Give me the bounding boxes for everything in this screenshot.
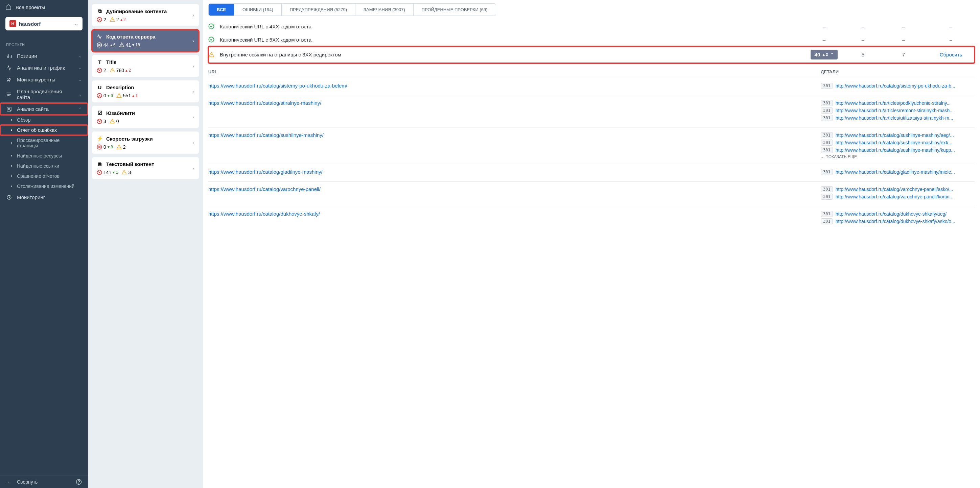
category-title: Дублирование контента (106, 8, 167, 14)
chevron-down-icon: ⌄ (821, 154, 824, 159)
check-row[interactable]: Канонический URL с 5XX кодом ответа – – … (208, 33, 975, 46)
category-card[interactable]: 🗎Текстовый контент141▾ 13› (92, 157, 199, 179)
subnav-label: Найденные ссылки (17, 163, 59, 169)
warning-icon (116, 144, 122, 150)
category-card[interactable]: ⧉Дублирование контента22▴ 2› (92, 4, 199, 26)
category-card[interactable]: ⚡Скорость загрузки0▾ 82› (92, 132, 199, 154)
chevron-right-icon: › (192, 63, 194, 69)
svg-point-3 (8, 108, 10, 109)
subnav-overview[interactable]: Обзор (0, 115, 88, 125)
detail-line: 301http://www.hausdorf.ru/articles/podkl… (821, 100, 975, 106)
subnav-error-report[interactable]: Отчет об ошибках (0, 125, 88, 135)
category-icon: U (97, 84, 103, 90)
detail-link[interactable]: http://www.hausdorf.ru/catalog/dukhovye-… (835, 219, 975, 224)
sidebar-item-monitoring[interactable]: Мониторинг ⌄ (0, 191, 88, 203)
error-count: 2 (103, 68, 106, 73)
category-card[interactable]: Код ответа сервера44▴ 641▾ 18› (92, 30, 199, 52)
tab-warnings[interactable]: ПРЕДУПРЕЖДЕНИЯ (5279) (282, 4, 355, 16)
category-card[interactable]: ☑Юзабилити30› (92, 106, 199, 128)
svg-point-1 (10, 78, 11, 79)
categories-panel: ⧉Дублирование контента22▴ 2›Код ответа с… (88, 0, 203, 488)
status-code-badge: 301 (821, 83, 833, 89)
table-row: https://www.hausdorf.ru/catalog/varochny… (208, 181, 975, 206)
chevron-right-icon: › (192, 166, 194, 171)
category-icon: ⚡ (97, 136, 103, 142)
delta: ▾ 1 (113, 170, 118, 175)
detail-link[interactable]: http://www.hausdorf.ru/catalog/gladilnye… (835, 169, 975, 175)
check-col: – (846, 24, 880, 29)
category-icon: 🗎 (97, 161, 103, 167)
url-link[interactable]: https://www.hausdorf.ru/catalog/gladilny… (208, 169, 323, 175)
detail-link[interactable]: http://www.hausdorf.ru/catalog/sistemy-p… (835, 83, 975, 89)
chart-icon (6, 53, 12, 59)
detail-link[interactable]: http://www.hausdorf.ru/articles/remont-s… (835, 108, 975, 113)
sidebar-item-plan[interactable]: План продвижения сайта ⌄ (0, 86, 88, 103)
url-link[interactable]: https://www.hausdorf.ru/catalog/sistemy-… (208, 83, 347, 89)
url-link[interactable]: https://www.hausdorf.ru/catalog/dukhovye… (208, 211, 320, 217)
tab-passed[interactable]: ПРОЙДЕННЫЕ ПРОВЕРКИ (69) (414, 4, 496, 16)
status-code-badge: 301 (821, 115, 833, 121)
chevron-down-icon: ⌄ (78, 66, 82, 70)
detail-link[interactable]: http://www.hausdorf.ru/catalog/sushilnye… (835, 133, 975, 138)
sidebar-item-analytics[interactable]: Аналитика и трафик ⌄ (0, 62, 88, 74)
check-col: – (880, 37, 927, 43)
category-card[interactable]: UDescription0▾ 6551▴ 1› (92, 81, 199, 102)
subnav-label: Отчет об ошибках (17, 127, 57, 133)
subnav-crawled-pages[interactable]: Просканированные страницы (0, 135, 88, 151)
url-link[interactable]: https://www.hausdorf.ru/catalog/varochny… (208, 186, 321, 192)
category-icon: T (97, 59, 103, 65)
tab-notices[interactable]: ЗАМЕЧАНИЯ (3907) (355, 4, 414, 16)
subnav-label: Обзор (17, 117, 30, 123)
sidebar: Все проекты H hausdorf ⌄ ПРОЕКТЫ Позиции… (0, 0, 88, 488)
tab-all[interactable]: ВСЕ (208, 4, 234, 16)
status-code-badge: 301 (821, 186, 833, 192)
warning-count: 551 (123, 93, 131, 98)
detail-link[interactable]: http://www.hausdorf.ru/catalog/varochnye… (835, 187, 975, 192)
subnav-found-resources[interactable]: Найденные ресурсы (0, 151, 88, 161)
check-ok-icon (208, 23, 215, 29)
check-col: – (927, 24, 975, 29)
detail-link[interactable]: http://www.hausdorf.ru/catalog/varochnye… (835, 194, 975, 200)
subnav-label: Просканированные страницы (17, 138, 82, 148)
error-icon (97, 42, 102, 48)
detail-link[interactable]: http://www.hausdorf.ru/catalog/dukhovye-… (835, 211, 975, 217)
tab-errors[interactable]: ОШИБКИ (194) (234, 4, 282, 16)
warning-icon (110, 68, 115, 73)
delta: ▴ 1 (132, 93, 138, 98)
reset-button[interactable]: Сбросить (927, 52, 975, 57)
warning-count: 2 (116, 17, 119, 22)
sidebar-item-competitors[interactable]: Мои конкуренты ⌄ (0, 74, 88, 86)
detail-link[interactable]: http://www.hausdorf.ru/articles/podklyuc… (835, 100, 975, 106)
all-projects-link[interactable]: Все проекты (0, 0, 88, 14)
category-title: Юзабилити (106, 110, 135, 116)
chevron-right-icon: › (192, 89, 194, 94)
help-icon[interactable] (76, 479, 82, 485)
detail-line: 301http://www.hausdorf.ru/catalog/dukhov… (821, 211, 975, 217)
url-link[interactable]: https://www.hausdorf.ru/catalog/sushilny… (208, 132, 324, 138)
detail-link[interactable]: http://www.hausdorf.ru/catalog/sushilnye… (835, 140, 975, 145)
sidebar-item-positions[interactable]: Позиции ⌄ (0, 50, 88, 62)
project-selector[interactable]: H hausdorf ⌄ (5, 17, 83, 30)
error-icon (97, 93, 102, 98)
chevron-right-icon: › (192, 13, 194, 18)
status-code-badge: 301 (821, 218, 833, 224)
detail-link[interactable]: http://www.hausdorf.ru/articles/utilizat… (835, 115, 975, 120)
subnav-compare-reports[interactable]: Сравнение отчетов (0, 171, 88, 181)
table-row: https://www.hausdorf.ru/catalog/stiralny… (208, 95, 975, 127)
sidebar-item-site-analysis[interactable]: Анализ сайта ⌃ (0, 103, 88, 115)
status-code-badge: 301 (821, 108, 833, 114)
detail-link[interactable]: http://www.hausdorf.ru/catalog/sushilnye… (835, 147, 975, 153)
check-label: Внутренние ссылки на страницы с 3XX реди… (220, 52, 797, 57)
url-link[interactable]: https://www.hausdorf.ru/catalog/stiralny… (208, 100, 321, 106)
subnav-label: Отслеживание изменений (17, 184, 75, 189)
category-card[interactable]: TTitle2780▴ 2› (92, 55, 199, 77)
check-row[interactable]: Канонический URL с 4XX кодом ответа – – … (208, 20, 975, 33)
show-more-button[interactable]: ⌄ПОКАЗАТЬ ЕЩЕ (821, 154, 975, 159)
check-col: – (846, 37, 880, 43)
arrow-left-icon: ← (6, 479, 12, 485)
collapse-button[interactable]: ← Свернуть (0, 476, 88, 488)
sidebar-submenu: Обзор Отчет об ошибках Просканированные … (0, 115, 88, 191)
subnav-found-links[interactable]: Найденные ссылки (0, 161, 88, 171)
check-row-expanded[interactable]: Внутренние ссылки на страницы с 3XX реди… (208, 46, 975, 63)
subnav-track-changes[interactable]: Отслеживание изменений (0, 181, 88, 191)
